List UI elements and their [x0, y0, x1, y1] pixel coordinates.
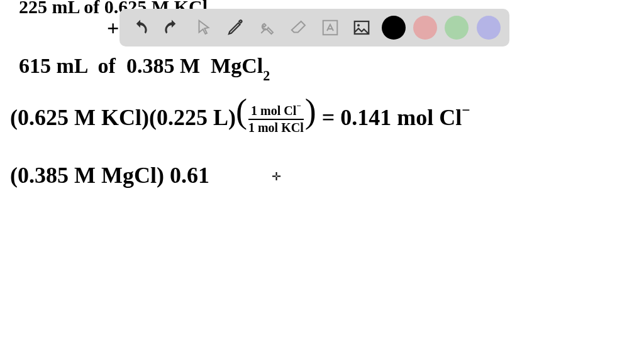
- eraser-button[interactable]: [286, 14, 312, 41]
- color-pink-button[interactable]: [412, 14, 438, 41]
- color-swatch-green: [445, 16, 469, 40]
- calc-line-1: (0.625 M KCl)(0.225 L)( 1 mol Cl− 1 mol …: [10, 94, 470, 136]
- drawing-toolbar: [119, 9, 509, 46]
- color-black-button[interactable]: [380, 14, 407, 41]
- calc1-frac-num: 1 mol Cl−: [248, 103, 304, 120]
- plus-sign: +: [107, 16, 119, 40]
- undo-icon: [131, 18, 150, 37]
- calc1-term-b: (0.225 L): [149, 105, 236, 130]
- pen-button[interactable]: [222, 14, 248, 41]
- calc1-fraction: 1 mol Cl− 1 mol KCl: [248, 103, 304, 134]
- given-line-2: 615 mL of 0.385 M MgCl2: [19, 54, 270, 82]
- image-button[interactable]: [348, 14, 375, 41]
- color-purple-button[interactable]: [475, 14, 502, 41]
- text-icon: [321, 18, 340, 37]
- calc1-equals: =: [316, 105, 341, 130]
- calc1-result: 0.141 mol Cl−: [340, 105, 470, 130]
- redo-icon: [162, 18, 181, 37]
- calc-line-2: (0.385 M MgCl) 0.61: [10, 162, 209, 188]
- color-swatch-pink: [413, 16, 437, 40]
- color-swatch-black: [382, 16, 406, 40]
- undo-button[interactable]: [127, 14, 153, 41]
- whiteboard-canvas: 225 mL of 0.625 M KCl + 615 mL of 0.385 …: [0, 0, 644, 338]
- pen-cursor: ✛: [272, 170, 281, 183]
- eraser-icon: [289, 18, 308, 37]
- redo-button[interactable]: [158, 14, 185, 41]
- svg-point-2: [357, 24, 360, 26]
- svg-rect-0: [323, 21, 338, 35]
- pen-icon: [226, 18, 245, 37]
- text-button[interactable]: [317, 14, 343, 41]
- tools-button[interactable]: [253, 14, 280, 41]
- image-icon: [352, 18, 371, 37]
- tools-icon: [257, 18, 276, 37]
- color-green-button[interactable]: [443, 14, 470, 41]
- calc1-frac-den: 1 mol KCl: [248, 120, 304, 134]
- calc1-term-a: (0.625 M KCl): [10, 105, 149, 130]
- color-swatch-purple: [477, 16, 501, 40]
- pointer-icon: [194, 18, 213, 37]
- pointer-button[interactable]: [191, 14, 217, 41]
